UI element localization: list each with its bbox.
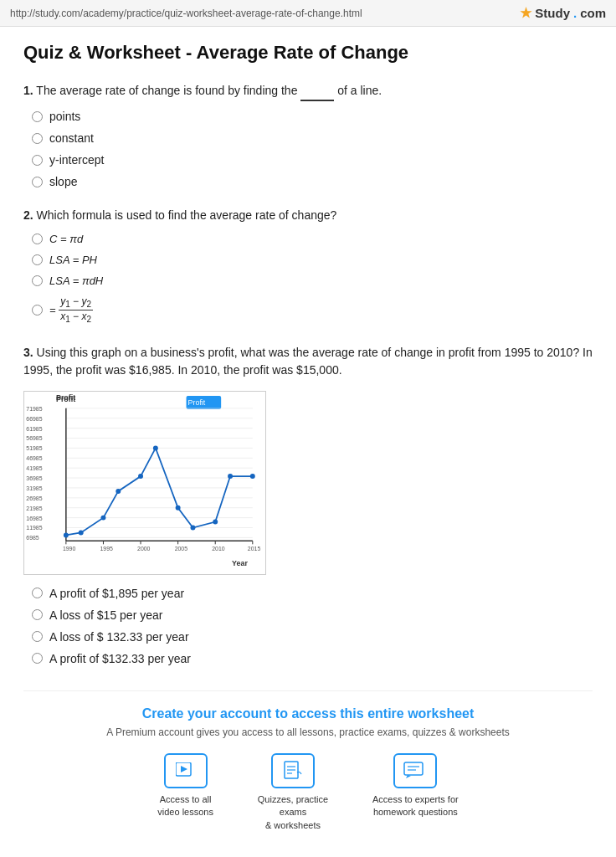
svg-text:Profit: Profit bbox=[56, 395, 75, 403]
svg-text:1990: 1990 bbox=[63, 546, 76, 552]
question-2-number: 2. bbox=[23, 208, 33, 222]
svg-point-51 bbox=[116, 489, 121, 494]
expert-icon-label: Access to experts forhomework questions bbox=[372, 793, 459, 819]
option-3-4[interactable]: A profit of $132.33 per year bbox=[32, 652, 593, 665]
cta-subtitle: A Premium account gives you access to al… bbox=[32, 726, 584, 738]
svg-text:61985: 61985 bbox=[26, 425, 42, 431]
option-label: y-intercept bbox=[49, 153, 104, 167]
svg-point-52 bbox=[138, 474, 143, 479]
option-2-3[interactable]: LSA = πdH bbox=[32, 275, 593, 287]
radio-icon[interactable] bbox=[32, 133, 43, 144]
top-bar: http://study.com/academy/practice/quiz-w… bbox=[0, 0, 616, 27]
chat-icon bbox=[403, 762, 427, 780]
option-label: points bbox=[49, 110, 80, 123]
svg-text:21985: 21985 bbox=[26, 505, 42, 511]
svg-text:56985: 56985 bbox=[26, 435, 42, 441]
option-label: A loss of $15 per year bbox=[49, 608, 162, 622]
radio-icon[interactable] bbox=[32, 305, 43, 316]
option-label: A profit of $132.33 per year bbox=[49, 652, 191, 665]
expert-icon-box bbox=[393, 753, 437, 788]
page-title: Quiz & Worksheet - Average Rate of Chang… bbox=[23, 42, 593, 64]
option-1-4[interactable]: slope bbox=[32, 175, 593, 188]
option-label: LSA = πdH bbox=[49, 275, 103, 287]
option-label: constant bbox=[49, 131, 94, 145]
option-1-2[interactable]: constant bbox=[32, 131, 593, 145]
option-1-3[interactable]: y-intercept bbox=[32, 153, 593, 167]
option-label: LSA = PH bbox=[49, 254, 97, 266]
radio-icon[interactable] bbox=[32, 609, 43, 620]
svg-point-48 bbox=[64, 532, 69, 537]
option-label: A loss of $ 132.33 per year bbox=[49, 630, 189, 644]
svg-text:2000: 2000 bbox=[137, 546, 151, 552]
icons-row: Access to allvideo lessons Quizzes, prac… bbox=[32, 753, 584, 832]
svg-point-54 bbox=[176, 505, 181, 511]
svg-text:11985: 11985 bbox=[26, 525, 42, 531]
option-3-2[interactable]: A loss of $15 per year bbox=[32, 608, 593, 622]
radio-icon[interactable] bbox=[32, 254, 43, 265]
question-2-options: C = πd LSA = PH LSA = πdH = y1 − y2 x1 −… bbox=[32, 233, 593, 326]
svg-point-57 bbox=[228, 474, 233, 479]
logo-dot: . bbox=[573, 6, 577, 20]
svg-text:6985: 6985 bbox=[26, 535, 39, 541]
svg-text:26985: 26985 bbox=[26, 495, 42, 501]
svg-text:16985: 16985 bbox=[26, 515, 42, 521]
svg-marker-60 bbox=[181, 766, 187, 772]
svg-text:41985: 41985 bbox=[26, 465, 42, 471]
question-3-text: 3. Using this graph on a business's prof… bbox=[23, 344, 593, 379]
icon-video: Access to allvideo lessons bbox=[157, 753, 213, 832]
svg-text:2010: 2010 bbox=[212, 546, 225, 552]
logo: ★ Study.com bbox=[520, 5, 606, 21]
cta-section: Create your account to access this entir… bbox=[23, 690, 593, 855]
quiz-icon bbox=[283, 761, 303, 781]
cta-title: Create your account to access this entir… bbox=[32, 706, 584, 721]
option-label: slope bbox=[49, 175, 77, 188]
svg-text:66985: 66985 bbox=[26, 415, 42, 421]
question-2: 2. Which formula is used to find the ave… bbox=[23, 207, 593, 326]
svg-text:71985: 71985 bbox=[26, 406, 42, 412]
option-3-3[interactable]: A loss of $ 132.33 per year bbox=[32, 630, 593, 644]
svg-point-58 bbox=[250, 474, 255, 479]
question-2-text: 2. Which formula is used to find the ave… bbox=[23, 207, 593, 224]
logo-com: com bbox=[580, 6, 606, 20]
profit-chart: Profit Profit bbox=[23, 391, 266, 575]
question-1-options: points constant y-intercept slope bbox=[32, 110, 593, 188]
svg-text:1995: 1995 bbox=[100, 546, 113, 552]
question-3-options: A profit of $1,895 per year A loss of $1… bbox=[32, 587, 593, 665]
logo-star-icon: ★ bbox=[520, 5, 531, 21]
radio-icon[interactable] bbox=[32, 631, 43, 642]
option-2-4[interactable]: = y1 − y2 x1 − x2 bbox=[32, 295, 593, 326]
radio-icon[interactable] bbox=[32, 275, 43, 286]
question-3-number: 3. bbox=[23, 346, 33, 359]
radio-icon[interactable] bbox=[32, 177, 43, 187]
video-icon-box bbox=[164, 753, 208, 788]
svg-text:31985: 31985 bbox=[26, 485, 42, 491]
svg-point-55 bbox=[191, 525, 196, 530]
question-1-text: 1. The average rate of change is found b… bbox=[23, 82, 593, 101]
svg-point-53 bbox=[153, 445, 158, 450]
option-2-2[interactable]: LSA = PH bbox=[32, 254, 593, 266]
svg-text:36985: 36985 bbox=[26, 475, 42, 481]
radio-icon[interactable] bbox=[32, 653, 43, 664]
svg-point-49 bbox=[79, 530, 84, 535]
option-1-1[interactable]: points bbox=[32, 110, 593, 123]
radio-icon[interactable] bbox=[32, 588, 43, 598]
radio-icon[interactable] bbox=[32, 233, 43, 244]
svg-text:Year: Year bbox=[232, 559, 248, 567]
svg-point-50 bbox=[100, 515, 105, 520]
question-1: 1. The average rate of change is found b… bbox=[23, 82, 593, 188]
option-3-1[interactable]: A profit of $1,895 per year bbox=[32, 587, 593, 600]
option-2-1[interactable]: C = πd bbox=[32, 233, 593, 245]
video-icon-label: Access to allvideo lessons bbox=[157, 793, 213, 819]
radio-icon[interactable] bbox=[32, 111, 43, 122]
question-1-number: 1. bbox=[23, 84, 33, 97]
quiz-icon-label: Quizzes, practice exams& worksheets bbox=[247, 793, 339, 832]
option-label: C = πd bbox=[49, 233, 83, 245]
svg-text:46985: 46985 bbox=[26, 455, 42, 461]
svg-point-56 bbox=[213, 519, 218, 524]
play-icon bbox=[176, 762, 196, 779]
icon-expert: Access to experts forhomework questions bbox=[372, 753, 459, 832]
radio-icon[interactable] bbox=[32, 155, 43, 166]
svg-text:2005: 2005 bbox=[175, 546, 188, 552]
icon-quiz: Quizzes, practice exams& worksheets bbox=[247, 753, 339, 832]
logo-text: Study bbox=[535, 6, 570, 20]
